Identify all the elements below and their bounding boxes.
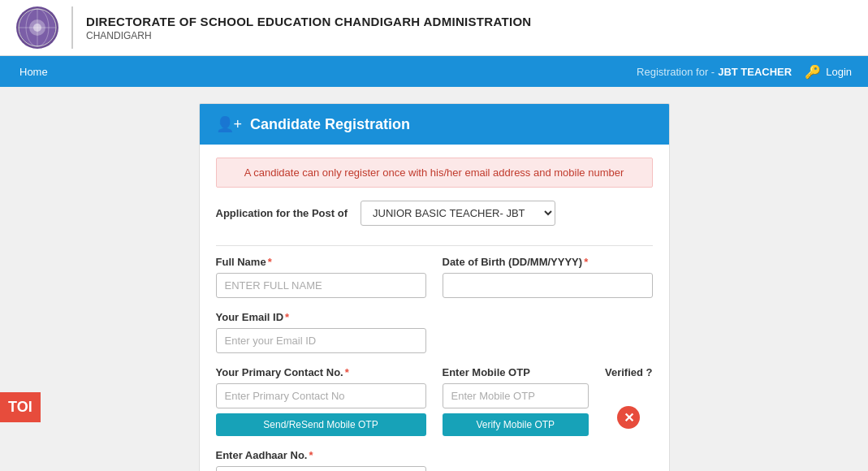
application-select[interactable]: JUNIOR BASIC TEACHER- JBT xyxy=(361,201,555,226)
org-logo xyxy=(16,6,58,49)
aadhaar-input[interactable] xyxy=(216,466,426,471)
login-icon: 🔑 xyxy=(805,64,821,80)
full-name-input[interactable] xyxy=(216,273,426,298)
aadhaar-group: Enter Aadhaar No.* xyxy=(216,449,426,471)
full-name-required: * xyxy=(268,256,272,268)
nav-registration-info: Registration for - JBT TEACHER xyxy=(637,66,792,78)
alert-info-message: A candidate can only register once with … xyxy=(216,158,653,188)
registration-form-container: 👤+ Candidate Registration A candidate ca… xyxy=(199,103,670,471)
email-required: * xyxy=(285,311,289,323)
form-body: Application for the Post of JUNIOR BASIC… xyxy=(200,201,669,471)
aadhaar-row: Enter Aadhaar No.* xyxy=(216,449,653,471)
main-navbar: Home Registration for - JBT TEACHER 🔑 Lo… xyxy=(0,56,868,87)
email-row: Your Email ID* xyxy=(216,311,653,353)
section-divider xyxy=(216,245,653,246)
nav-reg-prefix: Registration for - xyxy=(637,66,715,78)
page-header: DIRECTORATE OF SCHOOL EDUCATION CHANDIGA… xyxy=(0,0,868,56)
header-text-block: DIRECTORATE OF SCHOOL EDUCATION CHANDIGA… xyxy=(86,15,531,41)
header-divider xyxy=(71,6,73,49)
verify-otp-button[interactable]: Verify Mobile OTP xyxy=(443,413,589,436)
send-otp-button[interactable]: Send/ReSend Mobile OTP xyxy=(216,413,426,436)
aadhaar-label: Enter Aadhaar No.* xyxy=(216,449,426,461)
nav-login-label: Login xyxy=(826,66,852,78)
email-label: Your Email ID* xyxy=(216,311,426,323)
form-header-icon: 👤+ xyxy=(216,115,243,133)
verified-group: Verified ? ✕ xyxy=(605,366,653,429)
email-group: Your Email ID* xyxy=(216,311,426,353)
org-subtitle: CHANDIGARH xyxy=(86,30,531,41)
verified-label: Verified ? xyxy=(605,366,653,378)
dob-input[interactable] xyxy=(443,273,653,298)
contact-required: * xyxy=(345,366,349,378)
alert-text: A candidate can only register once with … xyxy=(244,166,624,179)
primary-contact-input[interactable] xyxy=(216,383,426,408)
dob-required: * xyxy=(584,256,588,268)
mobile-otp-input[interactable] xyxy=(443,383,589,408)
full-name-label: Full Name* xyxy=(216,256,426,268)
mobile-otp-group: Enter Mobile OTP Verify Mobile OTP xyxy=(443,366,589,436)
aadhaar-required: * xyxy=(309,449,313,461)
application-label: Application for the Post of xyxy=(216,207,348,219)
nav-login-button[interactable]: 🔑 Login xyxy=(805,64,852,80)
org-title: DIRECTORATE OF SCHOOL EDUCATION CHANDIGA… xyxy=(86,15,531,28)
toi-badge: TOI xyxy=(0,392,41,422)
primary-contact-group: Your Primary Contact No.* Send/ReSend Mo… xyxy=(216,366,426,436)
nav-reg-value: JBT TEACHER xyxy=(718,66,792,78)
name-dob-row: Full Name* Date of Birth (DD/MM/YYYY)* xyxy=(216,256,653,298)
dob-label: Date of Birth (DD/MM/YYYY)* xyxy=(443,256,653,268)
main-content: 👤+ Candidate Registration A candidate ca… xyxy=(0,87,868,471)
form-header: 👤+ Candidate Registration xyxy=(200,104,669,145)
application-row: Application for the Post of JUNIOR BASIC… xyxy=(216,201,653,232)
form-header-title: Candidate Registration xyxy=(250,116,410,133)
dob-group: Date of Birth (DD/MM/YYYY)* xyxy=(443,256,653,298)
nav-right: Registration for - JBT TEACHER 🔑 Login xyxy=(637,64,852,80)
nav-home[interactable]: Home xyxy=(16,66,51,78)
email-input[interactable] xyxy=(216,328,426,353)
full-name-group: Full Name* xyxy=(216,256,426,298)
contact-otp-row: Your Primary Contact No.* Send/ReSend Mo… xyxy=(216,366,653,436)
enter-otp-label: Enter Mobile OTP xyxy=(443,366,589,378)
nav-left: Home xyxy=(16,66,51,78)
primary-contact-label: Your Primary Contact No.* xyxy=(216,366,426,378)
verified-status-icon: ✕ xyxy=(617,406,640,429)
